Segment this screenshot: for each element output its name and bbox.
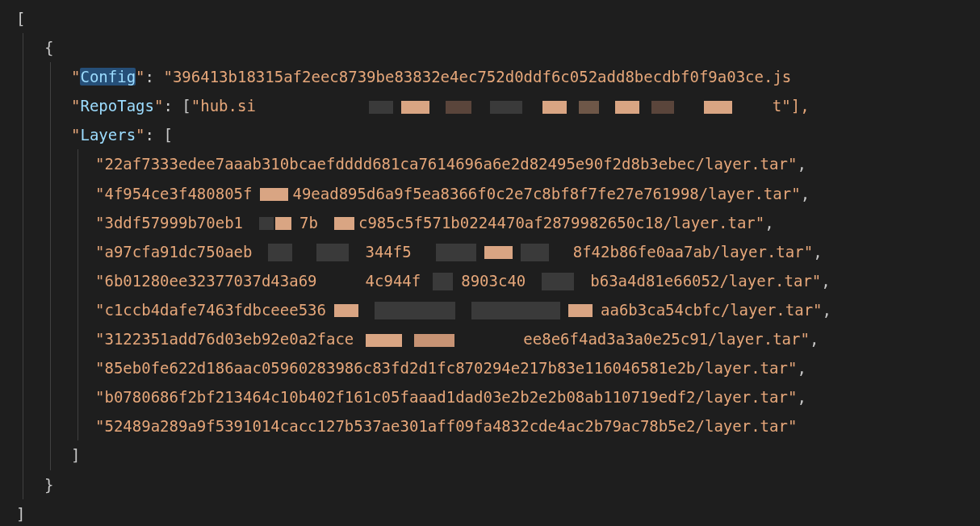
layer-entry: "6b01280ee32377037d43a694c944f 8903c40 b… [0,266,980,295]
redacted-region [412,244,573,261]
redacted-region [243,215,299,232]
json-open-array: [ [0,4,980,33]
redacted-region [318,215,358,232]
config-value: 396413b18315af2eec8739be83832e4ec752d0dd… [173,68,791,86]
json-property-layers: "Layers": [ [0,120,980,149]
layer-entry: "22af7333edee7aaab310bcaefdddd681ca76146… [0,149,980,178]
repotag-value: hub.si [200,97,256,115]
json-close-array-inner: ] [0,440,980,470]
json-property-config: "Config": "396413b18315af2eec8739be83832… [0,62,980,91]
layer-entry: "4f954ce3f480805f 49ead895d6a9f5ea8366f0… [0,179,980,208]
redacted-region [317,273,366,290]
redacted-region [252,244,365,261]
redacted-region [421,273,461,290]
layer-entry: "85eb0fe622d186aac05960283986c83fd2d1fc8… [0,353,980,382]
redacted-region [526,273,590,290]
layer-entry: "c1ccb4dafe7463fdbceee536 aa6b3ca54cbfc/… [0,295,980,324]
layer-entry: "a97cfa91dc750aeb 344f5 8f42b86fe0aa7ab/… [0,237,980,266]
redacted-region [252,186,292,203]
redacted-region [256,98,773,116]
layer-entry: "52489a289a9f5391014cacc127b537ae301aff0… [0,411,980,440]
redacted-region [354,332,523,349]
json-open-object: { [0,33,980,62]
json-close-array: ] [0,499,980,526]
layer-entry: "b0780686f2bf213464c10b402f161c05faaad1d… [0,382,980,411]
json-close-object: } [0,470,980,499]
layer-entry: "3ddf57999b70eb1 7b c985c5f571b0224470af… [0,208,980,237]
layer-entry: "3122351add76d03eb92e0a2face ee8e6f4ad3a… [0,324,980,353]
json-property-repotags: "RepoTags": ["hub.si t"], [0,91,980,120]
code-editor[interactable]: [ { "Config": "396413b18315af2eec8739be8… [0,4,980,526]
redacted-region [326,302,601,319]
